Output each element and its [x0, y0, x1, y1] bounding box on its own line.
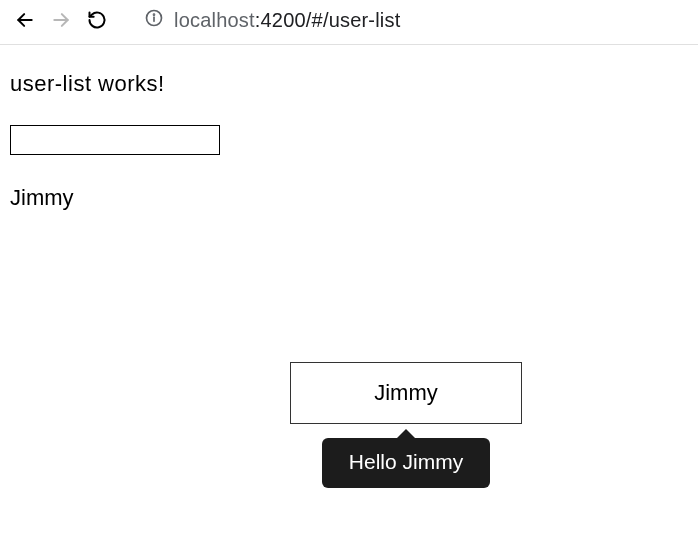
- tooltip-bubble: Hello Jimmy: [322, 438, 490, 488]
- name-display: Jimmy: [10, 185, 688, 211]
- page-heading: user-list works!: [10, 71, 688, 97]
- back-button[interactable]: [14, 9, 36, 31]
- page-content: user-list works! Jimmy: [0, 45, 698, 211]
- svg-point-4: [154, 14, 155, 15]
- browser-toolbar: localhost:4200/#/user-list: [0, 0, 698, 45]
- tooltip-trigger-button[interactable]: Jimmy: [290, 362, 522, 424]
- reload-button[interactable]: [86, 9, 108, 31]
- url-text: localhost:4200/#/user-list: [174, 9, 400, 32]
- name-input[interactable]: [10, 125, 220, 155]
- info-icon[interactable]: [144, 8, 164, 32]
- tooltip-demo: Jimmy Hello Jimmy: [290, 362, 522, 488]
- address-bar[interactable]: localhost:4200/#/user-list: [144, 8, 400, 32]
- forward-button[interactable]: [50, 9, 72, 31]
